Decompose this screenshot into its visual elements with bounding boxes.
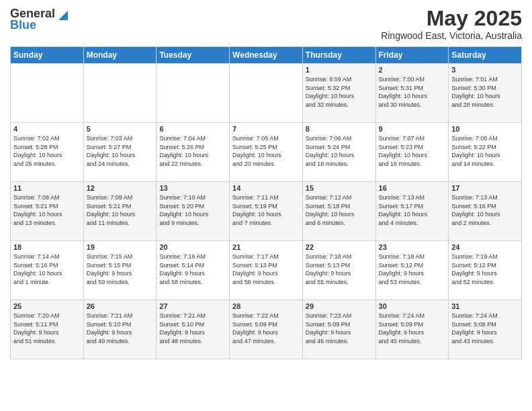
- day-header-monday: Monday: [83, 47, 157, 64]
- day-info: Sunrise: 7:04 AM Sunset: 5:26 PM Dayligh…: [159, 134, 226, 168]
- calendar-cell: 25Sunrise: 7:20 AM Sunset: 5:11 PM Dayli…: [11, 300, 84, 359]
- day-number: 15: [306, 184, 373, 192]
- day-number: 29: [306, 302, 373, 310]
- calendar-cell: 12Sunrise: 7:09 AM Sunset: 5:21 PM Dayli…: [83, 182, 157, 241]
- day-number: 1: [306, 66, 373, 74]
- day-number: 28: [232, 302, 300, 310]
- day-number: 18: [13, 243, 81, 251]
- calendar-cell: [230, 64, 303, 123]
- day-info: Sunrise: 7:14 AM Sunset: 5:16 PM Dayligh…: [13, 253, 81, 286]
- day-number: 2: [379, 66, 446, 74]
- day-header-thursday: Thursday: [302, 47, 375, 64]
- calendar-cell: 9Sunrise: 7:07 AM Sunset: 5:23 PM Daylig…: [375, 123, 449, 182]
- day-number: 9: [379, 125, 446, 133]
- day-info: Sunrise: 7:21 AM Sunset: 5:10 PM Dayligh…: [159, 312, 226, 345]
- logo-blue-text: Blue: [10, 18, 36, 32]
- day-number: 22: [306, 243, 373, 251]
- day-info: Sunrise: 7:13 AM Sunset: 5:17 PM Dayligh…: [379, 193, 446, 227]
- calendar-cell: 3Sunrise: 7:01 AM Sunset: 5:30 PM Daylig…: [449, 64, 522, 123]
- day-info: Sunrise: 7:24 AM Sunset: 5:09 PM Dayligh…: [379, 312, 446, 345]
- month-title: May 2025: [381, 7, 522, 30]
- calendar-cell: 19Sunrise: 7:15 AM Sunset: 5:15 PM Dayli…: [83, 241, 157, 300]
- day-info: Sunrise: 7:07 AM Sunset: 5:23 PM Dayligh…: [379, 134, 446, 168]
- day-number: 23: [379, 243, 446, 251]
- day-info: Sunrise: 7:09 AM Sunset: 5:21 PM Dayligh…: [87, 193, 154, 227]
- day-info: Sunrise: 7:08 AM Sunset: 5:21 PM Dayligh…: [13, 193, 81, 227]
- calendar-cell: 8Sunrise: 7:06 AM Sunset: 5:24 PM Daylig…: [302, 123, 375, 182]
- day-number: 5: [87, 125, 154, 133]
- logo-triangle-icon: [56, 8, 68, 20]
- day-header-wednesday: Wednesday: [230, 47, 303, 64]
- week-row-1: 1Sunrise: 6:59 AM Sunset: 5:32 PM Daylig…: [11, 64, 522, 123]
- logo: General Blue: [10, 7, 68, 32]
- calendar-cell: 23Sunrise: 7:18 AM Sunset: 5:12 PM Dayli…: [375, 241, 449, 300]
- day-number: 4: [13, 125, 81, 133]
- calendar-table: SundayMondayTuesdayWednesdayThursdayFrid…: [10, 46, 522, 359]
- week-row-4: 18Sunrise: 7:14 AM Sunset: 5:16 PM Dayli…: [11, 241, 522, 300]
- day-info: Sunrise: 7:12 AM Sunset: 5:18 PM Dayligh…: [306, 193, 373, 227]
- day-info: Sunrise: 7:06 AM Sunset: 5:24 PM Dayligh…: [306, 134, 373, 168]
- location-text: Ringwood East, Victoria, Australia: [381, 30, 522, 41]
- day-info: Sunrise: 7:00 AM Sunset: 5:31 PM Dayligh…: [379, 75, 446, 109]
- day-header-tuesday: Tuesday: [157, 47, 230, 64]
- calendar-cell: 31Sunrise: 7:24 AM Sunset: 5:08 PM Dayli…: [449, 300, 522, 359]
- day-number: 6: [159, 125, 226, 133]
- calendar-cell: 2Sunrise: 7:00 AM Sunset: 5:31 PM Daylig…: [375, 64, 449, 123]
- calendar-cell: 26Sunrise: 7:21 AM Sunset: 5:10 PM Dayli…: [83, 300, 157, 359]
- calendar-cell: 14Sunrise: 7:11 AM Sunset: 5:19 PM Dayli…: [230, 182, 303, 241]
- calendar-cell: 30Sunrise: 7:24 AM Sunset: 5:09 PM Dayli…: [375, 300, 449, 359]
- calendar-cell: 15Sunrise: 7:12 AM Sunset: 5:18 PM Dayli…: [302, 182, 375, 241]
- day-number: 7: [232, 125, 300, 133]
- day-info: Sunrise: 7:19 AM Sunset: 5:12 PM Dayligh…: [451, 253, 519, 286]
- day-info: Sunrise: 7:18 AM Sunset: 5:12 PM Dayligh…: [379, 253, 446, 286]
- day-info: Sunrise: 7:18 AM Sunset: 5:13 PM Dayligh…: [306, 253, 373, 286]
- day-info: Sunrise: 7:01 AM Sunset: 5:30 PM Dayligh…: [451, 75, 519, 109]
- day-number: 8: [306, 125, 373, 133]
- day-number: 17: [451, 184, 519, 192]
- day-info: Sunrise: 7:22 AM Sunset: 5:09 PM Dayligh…: [232, 312, 300, 345]
- calendar-cell: [157, 64, 230, 123]
- day-number: 21: [232, 243, 300, 251]
- day-number: 3: [451, 66, 519, 74]
- calendar-cell: 4Sunrise: 7:02 AM Sunset: 5:28 PM Daylig…: [11, 123, 84, 182]
- day-info: Sunrise: 7:02 AM Sunset: 5:28 PM Dayligh…: [13, 134, 81, 168]
- day-number: 16: [379, 184, 446, 192]
- day-info: Sunrise: 7:10 AM Sunset: 5:20 PM Dayligh…: [159, 193, 226, 227]
- calendar-cell: [11, 64, 84, 123]
- calendar-cell: 10Sunrise: 7:08 AM Sunset: 5:22 PM Dayli…: [449, 123, 522, 182]
- calendar-cell: 20Sunrise: 7:16 AM Sunset: 5:14 PM Dayli…: [157, 241, 230, 300]
- day-number: 10: [451, 125, 519, 133]
- day-info: Sunrise: 7:13 AM Sunset: 5:16 PM Dayligh…: [451, 193, 519, 227]
- calendar-cell: 13Sunrise: 7:10 AM Sunset: 5:20 PM Dayli…: [157, 182, 230, 241]
- week-row-5: 25Sunrise: 7:20 AM Sunset: 5:11 PM Dayli…: [11, 300, 522, 359]
- day-info: Sunrise: 7:05 AM Sunset: 5:25 PM Dayligh…: [232, 134, 300, 168]
- day-info: Sunrise: 6:59 AM Sunset: 5:32 PM Dayligh…: [306, 75, 373, 109]
- calendar-cell: 21Sunrise: 7:17 AM Sunset: 5:13 PM Dayli…: [230, 241, 303, 300]
- calendar-cell: [83, 64, 157, 123]
- day-number: 27: [159, 302, 226, 310]
- calendar-cell: 28Sunrise: 7:22 AM Sunset: 5:09 PM Dayli…: [230, 300, 303, 359]
- day-number: 30: [379, 302, 446, 310]
- day-info: Sunrise: 7:16 AM Sunset: 5:14 PM Dayligh…: [159, 253, 226, 286]
- day-number: 12: [87, 184, 154, 192]
- calendar-cell: 16Sunrise: 7:13 AM Sunset: 5:17 PM Dayli…: [375, 182, 449, 241]
- day-info: Sunrise: 7:24 AM Sunset: 5:08 PM Dayligh…: [451, 312, 519, 345]
- day-header-sunday: Sunday: [11, 47, 84, 64]
- day-info: Sunrise: 7:23 AM Sunset: 5:09 PM Dayligh…: [306, 312, 373, 345]
- day-info: Sunrise: 7:17 AM Sunset: 5:13 PM Dayligh…: [232, 253, 300, 286]
- day-info: Sunrise: 7:11 AM Sunset: 5:19 PM Dayligh…: [232, 193, 300, 227]
- day-number: 24: [451, 243, 519, 251]
- calendar-cell: 17Sunrise: 7:13 AM Sunset: 5:16 PM Dayli…: [449, 182, 522, 241]
- day-header-row: SundayMondayTuesdayWednesdayThursdayFrid…: [11, 47, 522, 64]
- day-number: 20: [159, 243, 226, 251]
- calendar-cell: 7Sunrise: 7:05 AM Sunset: 5:25 PM Daylig…: [230, 123, 303, 182]
- calendar-cell: 11Sunrise: 7:08 AM Sunset: 5:21 PM Dayli…: [11, 182, 84, 241]
- day-header-friday: Friday: [375, 47, 449, 64]
- day-number: 31: [451, 302, 519, 310]
- day-number: 14: [232, 184, 300, 192]
- week-row-2: 4Sunrise: 7:02 AM Sunset: 5:28 PM Daylig…: [11, 123, 522, 182]
- calendar-cell: 5Sunrise: 7:03 AM Sunset: 5:27 PM Daylig…: [83, 123, 157, 182]
- day-info: Sunrise: 7:15 AM Sunset: 5:15 PM Dayligh…: [87, 253, 154, 286]
- calendar-cell: 29Sunrise: 7:23 AM Sunset: 5:09 PM Dayli…: [302, 300, 375, 359]
- day-header-saturday: Saturday: [449, 47, 522, 64]
